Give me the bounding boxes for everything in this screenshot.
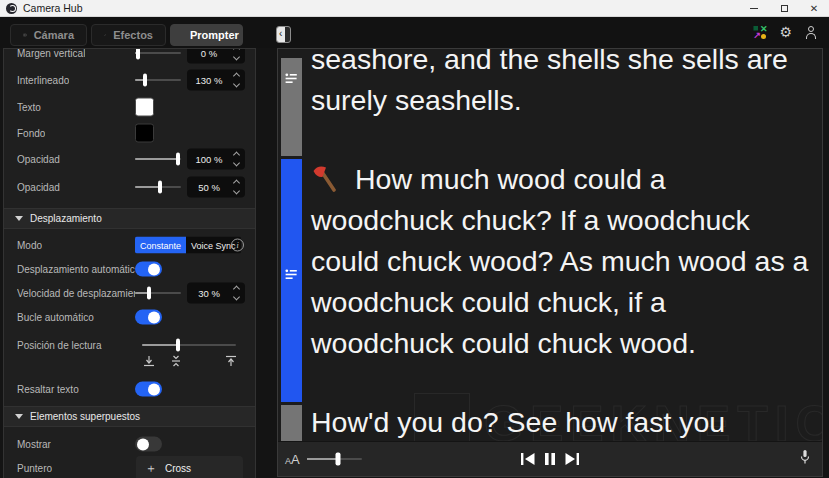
list-icon: [285, 269, 298, 280]
maximize-button[interactable]: [769, 0, 799, 17]
script-paragraph: How much wood could a woodchuck chuck? I…: [311, 159, 814, 364]
posicion-lectura-slider[interactable]: [142, 344, 236, 346]
row-posicion-de-lectura: Posición de lectura: [4, 333, 255, 357]
prompter-settings-sidebar: Margen vertical 0 % Interlineado 130 % T…: [3, 48, 256, 478]
minimize-icon: [750, 8, 758, 9]
close-icon: ✕: [810, 4, 818, 14]
effects-wand-icon: [104, 28, 106, 42]
minimize-button[interactable]: [739, 0, 769, 17]
script-paragraph: seashore, and the shells she sells are s…: [311, 49, 814, 121]
microphone-icon: [798, 449, 812, 465]
prompter-text-area[interactable]: GEEKNETIC seashore, and the shells she s…: [278, 49, 822, 441]
cross-pointer-icon: ＋: [145, 462, 157, 474]
microphone-button[interactable]: [798, 449, 812, 469]
interlineado-stepper[interactable]: 130 %: [187, 70, 245, 91]
row-opacidad-2: Opacidad 50 %: [4, 175, 255, 199]
opacidad-slider-2[interactable]: [135, 186, 181, 188]
font-size-slider[interactable]: [307, 458, 362, 460]
collapse-triangle-icon: [15, 216, 23, 221]
modo-segmented-control[interactable]: Constante Voice Sync: [135, 237, 241, 254]
tab-bar: Cámara Efectos Prompter ✕↗ ⚙: [0, 17, 829, 48]
prompter-preview-panel: GEEKNETIC seashore, and the shells she s…: [277, 48, 823, 477]
paragraph-marker-gray-2[interactable]: [281, 405, 302, 441]
script-paragraph: How'd you do? See how fast you: [311, 402, 814, 441]
read-top-icon[interactable]: [143, 355, 155, 367]
font-size-icon: A: [291, 452, 300, 467]
loop-toggle[interactable]: [135, 310, 162, 325]
marketplace-icon[interactable]: ✕↗: [753, 26, 767, 39]
read-bottom-icon[interactable]: [225, 355, 237, 367]
margen-vertical-stepper[interactable]: 0 %: [187, 48, 245, 64]
interlineado-slider[interactable]: [135, 79, 181, 81]
info-icon[interactable]: i: [231, 239, 244, 252]
row-texto: Texto: [4, 95, 255, 119]
tab-efectos[interactable]: Efectos: [91, 24, 166, 46]
collapse-triangle-icon: [15, 414, 23, 419]
section-desplazamiento[interactable]: Desplazamiento: [4, 208, 255, 229]
script-text: seashore, and the shells she sells are s…: [311, 49, 814, 441]
row-interlineado: Interlineado 130 %: [4, 68, 255, 92]
margen-vertical-slider[interactable]: [135, 52, 181, 54]
auto-scroll-toggle[interactable]: [135, 262, 162, 277]
row-posicion-icons: [4, 355, 255, 371]
pause-icon: [545, 453, 556, 466]
skip-back-button[interactable]: [521, 453, 536, 466]
camera-icon: [23, 28, 27, 42]
row-puntero: Puntero ＋ Cross: [4, 456, 255, 478]
row-mostrar: Mostrar: [4, 432, 255, 456]
paragraph-marker-gray-1[interactable]: [281, 58, 302, 156]
opacidad-slider-1[interactable]: [135, 158, 181, 160]
maximize-icon: [781, 5, 788, 12]
show-overlay-toggle[interactable]: [135, 437, 162, 452]
axe-emoji: [311, 162, 341, 190]
row-resaltar-texto: Resaltar texto: [4, 377, 255, 401]
pause-button[interactable]: [545, 453, 556, 466]
skip-forward-icon: [565, 453, 580, 466]
paragraph-marker-blue[interactable]: [281, 159, 302, 402]
row-velocidad: Velocidad de desplazamiento 30 %: [4, 281, 255, 305]
velocidad-slider[interactable]: [135, 292, 181, 294]
row-modo: Modo Constante Voice Sync i: [4, 233, 255, 257]
row-margen-vertical: Margen vertical 0 %: [4, 48, 255, 65]
modo-option-constante[interactable]: Constante: [135, 237, 186, 254]
pointer-dropdown[interactable]: ＋ Cross: [136, 456, 243, 478]
tab-prompter[interactable]: Prompter: [170, 24, 243, 46]
list-icon: [285, 73, 298, 84]
camera-hub-window: Camera Hub ✕ Cámara Efectos Prompter ✕↗ …: [0, 0, 829, 478]
opacidad-stepper-1[interactable]: 100 %: [187, 149, 245, 170]
row-desplazamiento-automatico: Desplazamiento automático: [4, 257, 255, 281]
account-icon[interactable]: [804, 26, 817, 39]
titlebar: Camera Hub ✕: [0, 0, 829, 17]
skip-back-icon: [521, 453, 536, 466]
opacidad-stepper-2[interactable]: 50 %: [187, 177, 245, 198]
text-color-swatch[interactable]: [135, 98, 154, 117]
skip-forward-button[interactable]: [565, 453, 580, 466]
close-button[interactable]: ✕: [799, 0, 829, 17]
section-elementos-superpuestos[interactable]: Elementos superpuestos: [4, 406, 255, 427]
row-fondo: Fondo: [4, 121, 255, 145]
highlight-text-toggle[interactable]: [135, 382, 162, 397]
read-center-icon[interactable]: [170, 355, 182, 367]
prompter-transport-bar: A A: [278, 441, 822, 476]
velocidad-stepper[interactable]: 30 %: [187, 283, 245, 304]
settings-gear-icon[interactable]: ⚙: [779, 25, 792, 39]
row-bucle-automatico: Bucle automático: [4, 305, 255, 329]
background-color-swatch[interactable]: [135, 124, 154, 143]
collapse-sidebar-icon[interactable]: [276, 26, 291, 43]
row-opacidad-1: Opacidad 100 %: [4, 147, 255, 171]
elgato-logo-icon: [6, 3, 17, 14]
tab-camera[interactable]: Cámara: [10, 24, 87, 46]
window-title: Camera Hub: [23, 2, 83, 14]
